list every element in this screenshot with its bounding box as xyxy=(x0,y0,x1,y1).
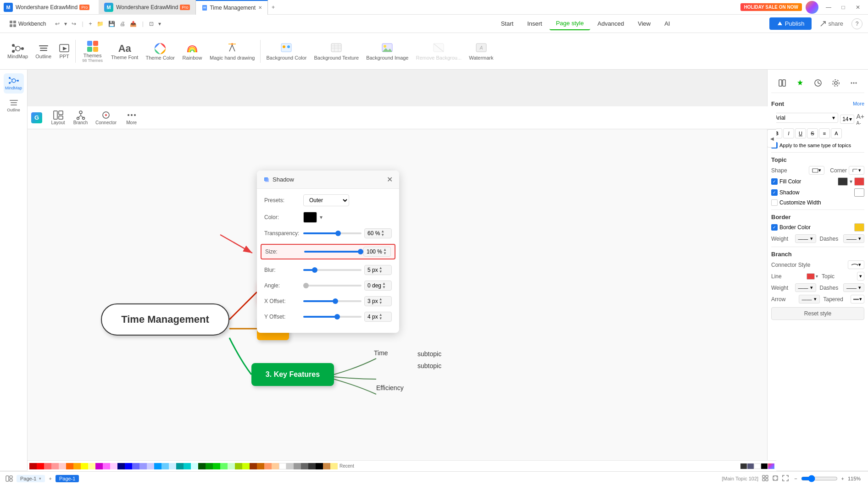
color-swatch-black[interactable] xyxy=(316,463,323,469)
color-swatch-navy[interactable] xyxy=(117,463,125,469)
shadow-x-offset-spinner[interactable]: ▲▼ xyxy=(379,298,383,305)
rs-dashes2-select[interactable]: —— ▾ xyxy=(843,283,864,292)
rs-corner-select[interactable]: ▾ xyxy=(849,166,864,175)
subtopic-1[interactable]: subtopic xyxy=(417,350,441,358)
fit-page-button[interactable] xyxy=(772,475,779,482)
toolbar-bg-color[interactable]: Background Color xyxy=(262,40,310,62)
color-swatch-light-pink[interactable] xyxy=(59,463,66,469)
rs-connector-style-select[interactable]: ▾ xyxy=(848,260,864,269)
color-swatch-sky-blue[interactable] xyxy=(154,463,161,469)
color-swatch-light-gray[interactable] xyxy=(286,463,294,469)
color-swatch-peach[interactable] xyxy=(264,463,272,469)
rs-fill-color-dropdown[interactable]: ▾ xyxy=(850,178,852,185)
rs-font-scale-up[interactable]: A+ xyxy=(856,113,864,120)
rs-line-color[interactable] xyxy=(807,273,815,280)
action2-button[interactable]: ▾ xyxy=(156,20,163,28)
toolbar-magic-hand[interactable]: Magic hand drawing xyxy=(206,40,258,62)
toolbar-mindmap[interactable]: MindMap xyxy=(4,42,32,61)
color-swatch-dark-red[interactable] xyxy=(29,463,37,469)
rs-dashes-select[interactable]: —— ▾ xyxy=(843,234,864,243)
color-swatch-light-peach[interactable] xyxy=(272,463,279,469)
shadow-angle-slider[interactable] xyxy=(303,285,362,287)
recent-color-3[interactable] xyxy=(754,463,761,469)
shadow-blur-slider[interactable] xyxy=(303,269,362,271)
right-sidebar-toggle[interactable]: ◀ xyxy=(767,129,776,148)
color-swatch-yellow[interactable] xyxy=(81,463,88,469)
color-swatch-lavender[interactable] xyxy=(147,463,154,469)
color-swatch-light-yellow[interactable] xyxy=(88,463,95,469)
color-swatch-cream[interactable] xyxy=(330,463,338,469)
color-swatch-charcoal[interactable] xyxy=(308,463,316,469)
menu-ai[interactable]: AI xyxy=(658,17,676,30)
rs-border-color-yellow[interactable] xyxy=(854,223,864,231)
recent-color-1[interactable] xyxy=(740,463,747,469)
color-swatch-orange[interactable] xyxy=(66,463,73,469)
rs-line-color-dropdown[interactable]: ▾ xyxy=(816,274,818,279)
rs-fill-color-checkbox[interactable]: ✓ xyxy=(771,178,778,185)
view-grid-button[interactable] xyxy=(762,475,768,482)
rs-strikethrough-button[interactable]: S xyxy=(807,128,818,138)
node-3[interactable]: 3. Key Features xyxy=(251,363,334,386)
shadow-color-swatch[interactable] xyxy=(303,212,317,223)
tab-close[interactable]: ✕ xyxy=(258,5,262,10)
open-button[interactable]: 📁 xyxy=(95,20,106,28)
shadow-presets-select[interactable]: Outer Inner xyxy=(303,194,349,206)
color-swatch-yellow-green[interactable] xyxy=(242,463,250,469)
recent-color-2[interactable] xyxy=(747,463,754,469)
rs-underline-button[interactable]: U xyxy=(795,128,806,138)
publish-button[interactable]: Publish xyxy=(769,17,812,30)
color-swatch-white[interactable] xyxy=(279,463,286,469)
menu-advanced[interactable]: Advanced xyxy=(591,17,630,30)
action1-button[interactable]: ⊡ xyxy=(147,20,156,28)
fullscreen-button[interactable] xyxy=(782,475,789,482)
rs-border-color-checkbox[interactable]: ✓ xyxy=(771,224,778,231)
color-swatch-dark-gray[interactable] xyxy=(301,463,308,469)
rs-weight2-select[interactable]: —— ▾ xyxy=(795,283,816,292)
sidebar-outline[interactable]: Outline xyxy=(4,95,24,116)
help-button[interactable]: ? xyxy=(851,18,862,29)
color-swatch-light-purple[interactable] xyxy=(110,463,117,469)
shadow-transparency-slider[interactable] xyxy=(303,232,362,234)
menu-insert[interactable]: Insert xyxy=(521,17,549,30)
shadow-size-slider[interactable] xyxy=(304,251,361,253)
shadow-x-offset-slider[interactable] xyxy=(303,300,362,302)
tab-time-management[interactable]: Time Management ✕ xyxy=(196,0,268,15)
color-swatch-teal[interactable] xyxy=(176,463,184,469)
rs-text-color-button[interactable]: A xyxy=(831,128,842,138)
rs-shadow-checkbox[interactable]: ✓ xyxy=(771,189,778,196)
recent-color-4[interactable] xyxy=(761,463,768,469)
color-swatch-medium-blue[interactable] xyxy=(132,463,139,469)
subtopic-time[interactable]: Time xyxy=(374,349,388,357)
sub-toolbar-connector[interactable]: Connector xyxy=(93,108,119,127)
toolbar-outline[interactable]: Outline xyxy=(32,42,55,61)
zoom-slider[interactable] xyxy=(801,475,838,482)
toolbar-watermark[interactable]: A Watermark xyxy=(465,40,497,62)
color-swatch-green[interactable] xyxy=(206,463,213,469)
shadow-blur-spinner[interactable]: ▲▼ xyxy=(379,266,383,274)
sub-toolbar-layout[interactable]: Layout xyxy=(48,108,68,127)
color-swatch-brown[interactable] xyxy=(250,463,257,469)
color-swatch-magenta[interactable] xyxy=(103,463,110,469)
toolbar-theme-color[interactable]: Theme Color xyxy=(142,40,178,62)
toolbar-bg-texture[interactable]: Background Texture xyxy=(311,40,363,62)
add-tab-button[interactable]: + xyxy=(268,4,278,11)
new-button[interactable]: + xyxy=(87,20,94,28)
menu-start[interactable]: Start xyxy=(495,17,520,30)
color-swatch-blue[interactable] xyxy=(125,463,132,469)
rs-shadow-color[interactable] xyxy=(854,188,864,197)
rs-settings-icon[interactable] xyxy=(829,76,843,90)
color-swatch-tan[interactable] xyxy=(323,463,330,469)
color-swatch-amber[interactable] xyxy=(73,463,81,469)
redo-button[interactable]: ↪ xyxy=(70,20,78,28)
rs-style-icon[interactable] xyxy=(793,76,807,90)
close-button[interactable]: ✕ xyxy=(851,3,864,12)
add-page-button[interactable]: + xyxy=(47,475,53,482)
subtopic-efficiency[interactable]: Efficiency xyxy=(376,384,404,391)
toolbar-remove-bg[interactable]: Remove Backgrou... xyxy=(412,40,466,62)
rs-clock-icon[interactable] xyxy=(811,76,825,90)
workbench-button[interactable]: Workbench xyxy=(6,18,50,29)
zoom-out-button[interactable]: − xyxy=(792,476,799,481)
rs-arrow-select[interactable]: —— ▾ xyxy=(799,295,820,303)
rs-fill-color-black[interactable] xyxy=(838,177,848,186)
color-swatch-light-green[interactable] xyxy=(220,463,228,469)
